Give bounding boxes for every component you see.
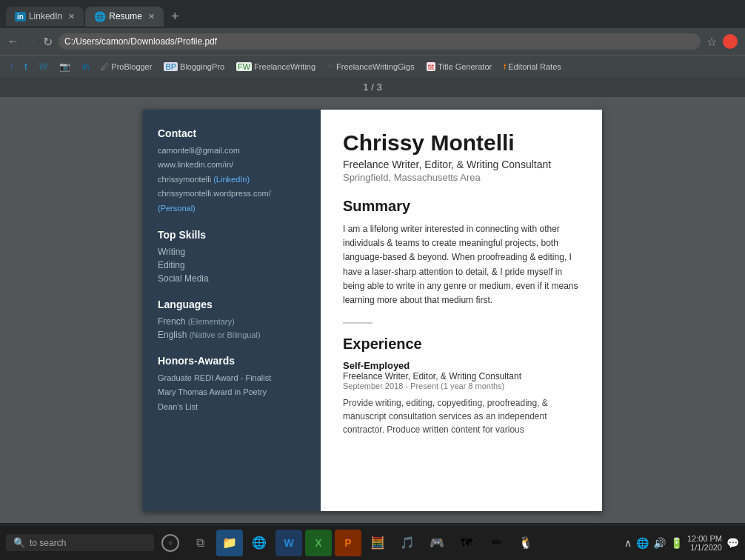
word-icon: W: [284, 537, 293, 549]
page-number: 1 / 3: [363, 81, 381, 93]
linkedin-favicon: in: [15, 12, 26, 21]
taskbar-penguin[interactable]: 🐧: [512, 530, 539, 556]
taskbar-tray: ∧ 🌐 🔊 🔋 12:00 PM 1/1/2020 💬: [624, 534, 739, 552]
french-level: (Elementary): [188, 317, 235, 326]
bloggingpro-icon: BP: [164, 62, 178, 71]
linkedin-link-text[interactable]: (LinkedIn): [213, 175, 250, 184]
calculator-icon: 🧮: [370, 536, 385, 550]
chrome-icon: 🌐: [252, 536, 267, 550]
facebook-icon: f: [10, 61, 13, 72]
twitter-icon: t: [24, 61, 27, 72]
resume-document: Contact camontelli@gmail.com www.linkedi…: [143, 110, 602, 511]
language-english: English (Native or Bilingual): [158, 330, 306, 340]
taskbar-search[interactable]: 🔍 to search: [6, 534, 154, 551]
bookmark-tg-label: Title Generator: [438, 62, 492, 71]
taskbar-chrome[interactable]: 🌐: [246, 530, 273, 556]
sidebar-email: camontelli@gmail.com: [158, 145, 306, 156]
new-tab-button[interactable]: +: [165, 9, 185, 24]
taskbar-powerpoint[interactable]: P: [335, 530, 361, 556]
instagram-icon: 📷: [59, 61, 70, 72]
taskbar-cortana[interactable]: ○: [157, 530, 184, 556]
taskbar-excel[interactable]: X: [305, 530, 332, 556]
bookmarks-bar: f t W 📷 in 🖊 ProBlogger BP BloggingPro F…: [0, 55, 745, 77]
tray-network-icon[interactable]: 🌐: [636, 537, 649, 549]
fwg-icon: ✏: [327, 61, 334, 71]
er-icon: f: [504, 62, 506, 71]
tab-linkedin-close[interactable]: ✕: [68, 12, 75, 21]
reload-button[interactable]: ↻: [43, 35, 53, 49]
profile-avatar[interactable]: [723, 34, 738, 49]
search-circle-icon: ○: [161, 534, 179, 552]
bookmark-freelancewriting[interactable]: FW FreelanceWriting: [232, 61, 320, 73]
bookmark-instagram[interactable]: 📷: [55, 60, 75, 73]
taskbar-spotify[interactable]: 🎵: [394, 530, 421, 556]
browser-chrome: in LinkedIn ✕ 🌐 Resume ✕ + ← → ↻ ☆ f t W…: [0, 0, 745, 98]
taskbar-maps[interactable]: 🗺: [453, 530, 480, 556]
bookmark-twitter[interactable]: t: [20, 60, 31, 73]
sidebar-wordpress-link: (Personal): [158, 203, 306, 214]
resume-location: Springfield, Massachusetts Area: [343, 172, 580, 183]
contact-heading: Contact: [158, 127, 306, 139]
experience-section-title: Experience: [343, 336, 580, 353]
address-input[interactable]: [59, 33, 701, 50]
bookmark-bloggingpro[interactable]: BP BloggingPro: [159, 61, 229, 73]
bookmark-fwg-label: FreelanceWritingGigs: [336, 62, 415, 71]
tab-resume-label: Resume: [109, 11, 142, 21]
tray-expand-icon[interactable]: ∧: [624, 537, 632, 549]
taskbar-task-view[interactable]: ⧉: [187, 530, 213, 556]
tab-resume[interactable]: 🌐 Resume ✕: [85, 7, 164, 27]
taskbar-time-display: 12:00 PM: [687, 534, 722, 543]
job-company: Self-Employed: [343, 360, 580, 371]
bookmark-fw-label: FreelanceWriting: [254, 62, 315, 71]
bookmark-facebook[interactable]: f: [6, 60, 17, 73]
tray-notification-icon[interactable]: 💬: [726, 537, 739, 549]
resume-main-content: Chrissy Montelli Freelance Writer, Edito…: [321, 110, 602, 511]
linkedin-icon: in: [82, 61, 89, 72]
spotify-icon: 🎵: [400, 536, 415, 550]
job-role: Freelance Writer, Editor, & Writing Cons…: [343, 371, 580, 381]
bookmark-titlegenerator[interactable]: tit Title Generator: [422, 61, 497, 73]
task-view-icon: ⧉: [196, 536, 204, 550]
bookmark-linkedin[interactable]: in: [78, 60, 93, 73]
skill-social-media: Social Media: [158, 273, 306, 284]
taskbar-app1[interactable]: ✏: [483, 530, 510, 556]
tab-linkedin[interactable]: in LinkedIn ✕: [6, 7, 84, 26]
sidebar-wordpress: chrissymontelli.wordpress.com/: [158, 188, 306, 199]
explorer-icon: 📁: [222, 536, 237, 550]
taskbar-date-display: 1/1/2020: [687, 543, 722, 552]
tray-volume-icon[interactable]: 🔊: [653, 537, 666, 549]
bookmark-freelancewritinggigs[interactable]: ✏ FreelanceWritingGigs: [323, 60, 419, 73]
taskbar-gaming[interactable]: 🎮: [424, 530, 450, 556]
skill-editing: Editing: [158, 260, 306, 270]
back-button[interactable]: ←: [7, 35, 19, 48]
forward-button[interactable]: →: [25, 35, 37, 48]
taskbar-clock: 12:00 PM 1/1/2020: [687, 534, 722, 552]
skill-writing: Writing: [158, 247, 306, 257]
language-french: French (Elementary): [158, 316, 306, 327]
tg-icon: tit: [427, 62, 436, 71]
wordpress-icon: W: [39, 61, 47, 72]
pdf-viewer: Contact camontelli@gmail.com www.linkedi…: [0, 98, 745, 523]
penguin-icon: 🐧: [518, 536, 533, 550]
taskbar-explorer[interactable]: 📁: [216, 530, 243, 556]
resume-sidebar: Contact camontelli@gmail.com www.linkedi…: [143, 110, 321, 511]
maps-icon: 🗺: [461, 536, 472, 550]
bookmark-problogger[interactable]: 🖊 ProBlogger: [96, 61, 156, 73]
tab-linkedin-label: LinkedIn: [29, 11, 62, 21]
skills-section: Top Skills Writing Editing Social Media: [158, 229, 306, 284]
resume-favicon: 🌐: [94, 11, 106, 22]
taskbar-word[interactable]: W: [275, 530, 302, 556]
job-dates: September 2018 - Present (1 year 8 month…: [343, 381, 580, 390]
bookmark-wordpress[interactable]: W: [35, 60, 52, 73]
tray-battery-icon[interactable]: 🔋: [670, 537, 683, 549]
gaming-icon: 🎮: [430, 536, 444, 550]
honors-section: Honors-Awards Graduate REDI Award - Fina…: [158, 355, 306, 413]
problogger-icon: 🖊: [101, 62, 109, 71]
bookmark-editorialrates[interactable]: f Editorial Rates: [499, 61, 566, 73]
bookmark-star-icon[interactable]: ☆: [706, 35, 717, 49]
resume-name: Chrissy Montelli: [343, 130, 580, 156]
personal-link-text[interactable]: (Personal): [158, 204, 196, 213]
tab-resume-close[interactable]: ✕: [148, 12, 155, 21]
search-icon: 🔍: [13, 537, 25, 548]
taskbar-calculator[interactable]: 🧮: [364, 530, 391, 556]
